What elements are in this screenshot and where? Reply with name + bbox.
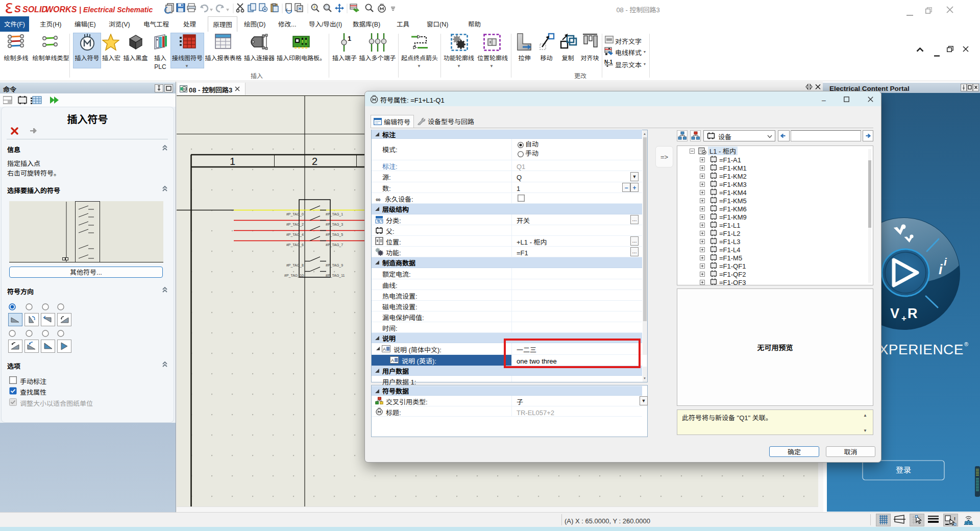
svg-text:#P_TAG_10: #P_TAG_10 — [284, 274, 304, 278]
svg-text:1: 1 — [230, 156, 235, 167]
svg-text:#P_TAG_1: #P_TAG_1 — [326, 212, 343, 216]
svg-text:i: i — [939, 262, 943, 277]
svg-text:#P_TAG_3: #P_TAG_3 — [326, 223, 343, 227]
svg-text:#P_TAG_6: #P_TAG_6 — [286, 243, 304, 247]
svg-text:#P_TAG_9: #P_TAG_9 — [326, 263, 343, 268]
svg-text:#P_TAG_5: #P_TAG_5 — [326, 233, 343, 237]
svg-text:登录: 登录 — [896, 464, 911, 475]
svg-text:#P_TAG_7: #P_TAG_7 — [326, 243, 343, 247]
svg-text:#P_TAG_4: #P_TAG_4 — [286, 233, 304, 237]
svg-text:R: R — [908, 306, 918, 321]
svg-text:2: 2 — [312, 156, 317, 167]
svg-text:A: A — [391, 358, 394, 363]
svg-text:V: V — [890, 306, 899, 321]
svg-text:#P_TAG_0: #P_TAG_0 — [286, 212, 304, 216]
svg-text:!: ! — [954, 516, 955, 521]
svg-text:#P_TAG_11: #P_TAG_11 — [326, 274, 345, 278]
svg-text:#P_TAG_8: #P_TAG_8 — [286, 263, 304, 268]
svg-text:®: ® — [964, 341, 968, 347]
svg-text:+: + — [901, 313, 906, 323]
svg-text:A: A — [383, 347, 386, 352]
svg-text:#P_TAG_2: #P_TAG_2 — [286, 223, 304, 227]
